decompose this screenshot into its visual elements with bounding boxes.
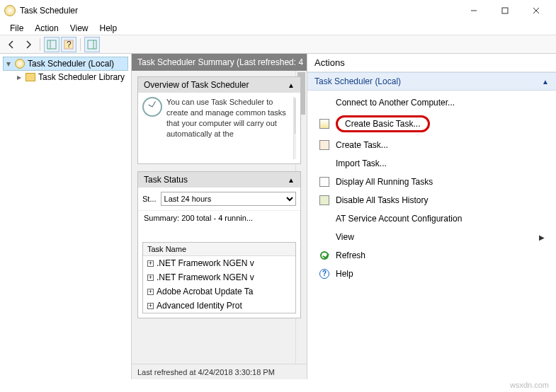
chevron-up-icon[interactable]: ▲	[542, 78, 549, 86]
blank-icon	[319, 97, 330, 108]
submenu-arrow-icon: ▶	[539, 234, 545, 241]
action-create-basic-task[interactable]: Create Basic Task...	[307, 112, 556, 136]
window-controls	[458, 1, 552, 21]
overview-scrollbar[interactable]	[293, 97, 296, 159]
task-status-header[interactable]: Task Status ▲	[138, 172, 300, 188]
tree-task-scheduler-library[interactable]: ▸ Task Scheduler Library	[3, 71, 128, 83]
overview-title: Overview of Task Scheduler	[144, 80, 249, 90]
list-icon	[319, 176, 330, 188]
show-hide-tree-button[interactable]	[44, 37, 59, 52]
tree-task-scheduler-local[interactable]: ▾ Task Scheduler (Local)	[3, 57, 128, 71]
title-bar: Task Scheduler	[0, 0, 556, 21]
clock-icon	[142, 97, 162, 117]
tree-node-label: Task Scheduler (Local)	[28, 59, 114, 69]
toolbar: ?	[0, 35, 556, 54]
close-button[interactable]	[521, 1, 552, 21]
summary-header: Task Scheduler Summary (Last refreshed: …	[132, 54, 307, 71]
action-create-task[interactable]: Create Task...	[307, 136, 556, 154]
table-row[interactable]: +Advanced Identity Prot	[143, 299, 295, 313]
status-range-select[interactable]: Last 24 hours	[161, 192, 296, 206]
help-icon: ?	[319, 268, 330, 279]
overview-section: Overview of Task Scheduler ▲ You can use…	[137, 76, 301, 164]
toolbar-separator	[80, 38, 81, 51]
expand-icon[interactable]: +	[147, 303, 154, 309]
menu-view[interactable]: View	[64, 22, 94, 35]
blank-icon	[319, 213, 330, 224]
wizard-icon	[319, 118, 330, 129]
menu-help[interactable]: Help	[94, 22, 123, 35]
action-disable-history[interactable]: Disable All Tasks History	[307, 191, 556, 209]
menu-action[interactable]: Action	[29, 22, 64, 35]
folder-icon	[25, 73, 35, 81]
action-display-running[interactable]: Display All Running Tasks	[307, 173, 556, 191]
maximize-button[interactable]	[489, 1, 521, 21]
overview-header[interactable]: Overview of Task Scheduler ▲	[138, 77, 300, 93]
action-view[interactable]: View ▶	[307, 228, 556, 246]
watermark: wsxdn.com	[510, 381, 549, 389]
last-refreshed-status: Last refreshed at 4/24/2018 3:30:18 PM	[132, 364, 307, 379]
back-button[interactable]	[4, 37, 19, 52]
minimize-button[interactable]	[458, 1, 489, 21]
forward-button[interactable]	[21, 37, 36, 52]
svg-rect-8	[88, 40, 96, 49]
svg-rect-1	[502, 8, 508, 13]
actions-pane: Actions Task Scheduler (Local) ▲ Connect…	[307, 54, 556, 379]
table-row[interactable]: +.NET Framework NGEN v	[143, 270, 295, 284]
summary-pane: Task Scheduler Summary (Last refreshed: …	[132, 54, 307, 379]
actions-scope-label: Task Scheduler (Local)	[314, 76, 401, 86]
menu-bar: File Action View Help	[0, 21, 556, 35]
overview-text: You can use Task Scheduler to create and…	[166, 97, 289, 159]
table-row[interactable]: +Adobe Acrobat Update Ta	[143, 284, 295, 299]
expand-icon[interactable]: ▸	[16, 72, 23, 82]
task-status-section: Task Status ▲ St... Last 24 hours Summar…	[137, 171, 301, 318]
collapse-icon[interactable]: ▾	[5, 59, 12, 69]
expand-icon[interactable]: +	[147, 260, 154, 267]
action-connect[interactable]: Connect to Another Computer...	[307, 93, 556, 112]
help-button[interactable]: ?	[61, 37, 76, 52]
task-name-column[interactable]: Task Name	[143, 243, 295, 256]
tree-node-label: Task Scheduler Library	[38, 72, 125, 82]
status-label: St...	[142, 195, 157, 203]
refresh-icon	[319, 250, 330, 261]
window-title: Task Scheduler	[20, 6, 458, 16]
action-refresh[interactable]: Refresh	[307, 246, 556, 265]
expand-icon[interactable]: +	[147, 289, 154, 295]
actions-title: Actions	[307, 54, 556, 72]
action-import-task[interactable]: Import Task...	[307, 154, 556, 173]
blank-icon	[319, 231, 330, 243]
chevron-up-icon[interactable]: ▲	[288, 176, 295, 184]
history-icon	[319, 195, 330, 206]
svg-rect-4	[47, 40, 56, 49]
task-status-title: Task Status	[144, 175, 188, 185]
action-at-service[interactable]: AT Service Account Configuration	[307, 209, 556, 228]
status-summary: Summary: 200 total - 4 runnin...	[138, 210, 300, 228]
menu-file[interactable]: File	[4, 22, 29, 35]
toolbar-separator	[40, 38, 40, 51]
task-icon	[319, 139, 330, 151]
actions-scope-header[interactable]: Task Scheduler (Local) ▲	[307, 72, 556, 91]
chevron-up-icon[interactable]: ▲	[288, 81, 295, 89]
action-help[interactable]: ? Help	[307, 265, 556, 283]
blank-icon	[319, 158, 330, 169]
scheduler-icon	[15, 59, 25, 69]
app-icon	[4, 5, 16, 16]
navigation-tree: ▾ Task Scheduler (Local) ▸ Task Schedule…	[0, 54, 132, 379]
svg-text:?: ?	[67, 40, 72, 50]
show-hide-action-button[interactable]	[84, 37, 100, 52]
expand-icon[interactable]: +	[147, 275, 154, 281]
table-row[interactable]: +.NET Framework NGEN v	[143, 256, 295, 270]
annotation-highlight: Create Basic Task...	[336, 115, 430, 132]
